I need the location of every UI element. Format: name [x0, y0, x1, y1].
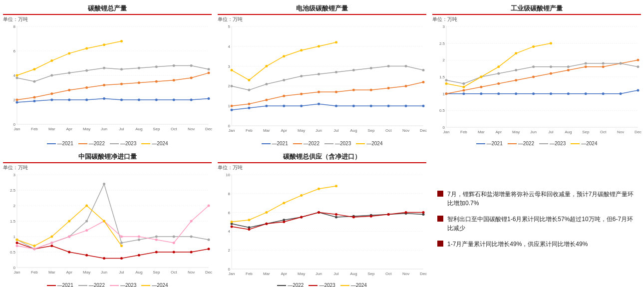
svg-point-166 — [480, 92, 482, 95]
svg-point-33 — [173, 99, 175, 101]
svg-text:Oct: Oct — [600, 130, 607, 134]
legend-label: —2021 — [487, 141, 503, 146]
legend-item: —2023 — [110, 141, 136, 146]
svg-point-251 — [85, 220, 88, 223]
note-item-1: 7月，锂辉石和盐湖增量将弥补云母和回收减量，预计7月碳酸锂产量环比增加0.7% — [437, 190, 636, 208]
svg-point-49 — [33, 80, 35, 83]
svg-text:Jan: Jan — [14, 270, 20, 275]
svg-point-34 — [190, 99, 193, 101]
svg-text:Feb: Feb — [246, 272, 253, 276]
svg-point-110 — [318, 91, 320, 93]
svg-point-330 — [265, 211, 268, 214]
svg-text:Sep: Sep — [367, 272, 375, 276]
chart-cell-5: 碳酸锂总供应（含净进口） 单位：万吨 0246810JanFebMarAprMa… — [215, 148, 429, 287]
svg-point-24 — [16, 101, 18, 103]
svg-point-182 — [550, 72, 552, 75]
svg-text:1.5: 1.5 — [10, 219, 16, 224]
svg-point-55 — [138, 67, 140, 69]
svg-point-333 — [318, 188, 320, 190]
chart-cell-2: 电池级碳酸锂产量 单位：万吨 012345JanFebMarAprMayJunJ… — [215, 0, 429, 148]
svg-point-273 — [50, 236, 53, 238]
chart-title-4: 中国碳酸锂净进口量 — [3, 152, 212, 163]
svg-point-25 — [33, 100, 35, 102]
legend-color — [476, 143, 485, 144]
svg-point-65 — [103, 43, 105, 46]
svg-point-244 — [173, 251, 175, 254]
svg-text:Nov: Nov — [188, 127, 195, 131]
svg-point-202 — [480, 76, 482, 78]
svg-text:May: May — [298, 128, 305, 133]
chart-cell-1: 碳酸锂总产量 单位：万吨 02468JanFebMarAprMayJunJulA… — [0, 0, 215, 148]
legend-label: —2024 — [366, 141, 382, 146]
svg-text:0.5: 0.5 — [10, 250, 16, 255]
legend-label: —2021 — [272, 141, 288, 146]
svg-point-109 — [300, 93, 303, 95]
legend-color — [293, 143, 302, 144]
svg-point-114 — [387, 87, 390, 89]
svg-point-242 — [138, 254, 140, 257]
legend-3: —2021 —2022 —2023 —2024 — [432, 141, 641, 146]
svg-point-324 — [370, 215, 372, 218]
svg-point-99 — [335, 105, 337, 107]
legend-item: —2022 — [78, 283, 105, 287]
svg-text:Aug: Aug — [350, 128, 357, 133]
legend-label: —2021 — [57, 283, 73, 287]
legend-1: —2021 —2022 —2023 —2024 — [3, 141, 212, 146]
svg-point-123 — [335, 71, 337, 73]
legend-color — [78, 285, 87, 286]
chart-area-2: 012345JanFebMarAprMayJunJulAugSepOctNovD… — [218, 23, 426, 140]
svg-point-132 — [283, 55, 285, 57]
svg-point-332 — [300, 194, 303, 197]
svg-text:Feb: Feb — [460, 130, 467, 134]
legend-item: —2023 — [324, 141, 351, 146]
svg-point-52 — [85, 69, 88, 72]
svg-text:May: May — [512, 130, 520, 134]
chart-title-1: 碳酸锂总产量 — [3, 4, 212, 15]
svg-point-129 — [231, 69, 233, 71]
svg-text:Feb: Feb — [31, 127, 38, 131]
chart-area-1: 02468JanFebMarAprMayJunJulAugSepOctNovDe… — [3, 23, 212, 140]
svg-point-177 — [462, 89, 465, 91]
svg-point-201 — [462, 86, 465, 88]
note-bullet-3 — [437, 241, 443, 247]
chart-cell-3: 工业级碳酸锂产量 单位：万吨 00.511.522.53JanFebMarApr… — [429, 0, 644, 148]
chart-area-4: 00.511.522.53JanFebMarAprMayJunJulAugSep… — [3, 172, 212, 282]
svg-point-53 — [103, 67, 105, 69]
svg-point-50 — [50, 74, 53, 77]
svg-text:May: May — [298, 272, 305, 276]
svg-point-108 — [283, 95, 285, 97]
svg-point-39 — [68, 89, 70, 91]
legend-color — [309, 285, 318, 286]
notes-cell: 7月，锂辉石和盐湖增量将弥补云母和回收减量，预计7月碳酸锂产量环比增加0.7% … — [429, 148, 644, 287]
legend-item: —2024 — [141, 283, 168, 287]
svg-point-267 — [155, 239, 158, 241]
svg-point-198 — [620, 62, 622, 65]
svg-text:Dec: Dec — [205, 127, 212, 131]
svg-text:Apr: Apr — [66, 127, 73, 131]
svg-point-189 — [462, 82, 465, 85]
svg-point-167 — [497, 92, 500, 95]
svg-point-29 — [103, 97, 105, 100]
legend-item: —2023 — [539, 141, 566, 146]
chart-cell-4: 中国碳酸锂净进口量 单位：万吨 00.511.522.53JanFebMarAp… — [0, 148, 215, 287]
svg-text:4: 4 — [228, 229, 231, 234]
svg-point-268 — [173, 242, 175, 244]
svg-text:3: 3 — [228, 64, 231, 69]
svg-point-104 — [422, 105, 425, 107]
note-text-1: 7月，锂辉石和盐湖增量将弥补云母和回收减量，预计7月碳酸锂产量环比增加0.7% — [447, 190, 636, 208]
svg-point-203 — [497, 65, 500, 68]
svg-text:Dec: Dec — [205, 270, 212, 275]
svg-point-261 — [50, 242, 53, 244]
legend-item: —2022 — [78, 141, 105, 146]
svg-point-205 — [532, 45, 535, 48]
svg-point-319 — [283, 221, 285, 223]
svg-point-252 — [103, 183, 105, 185]
svg-point-51 — [68, 72, 70, 74]
svg-point-193 — [532, 65, 535, 68]
svg-text:Oct: Oct — [385, 272, 392, 276]
svg-point-263 — [85, 229, 88, 232]
svg-text:May: May — [83, 270, 90, 275]
svg-point-327 — [422, 211, 425, 214]
svg-point-168 — [515, 92, 517, 95]
svg-point-254 — [138, 239, 140, 241]
